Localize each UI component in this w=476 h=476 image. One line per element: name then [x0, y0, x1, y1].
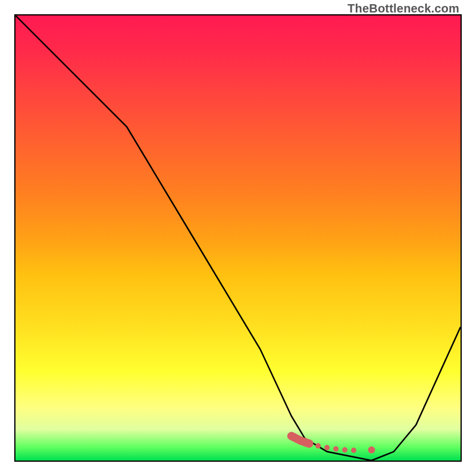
- marker-dot: [368, 446, 375, 453]
- marker-dot: [342, 447, 347, 453]
- chart-container: TheBottleneck.com: [0, 0, 476, 476]
- marker-dot: [333, 446, 339, 452]
- chart-markers: [292, 436, 375, 453]
- plot-area: [14, 14, 462, 462]
- marker-segment: [292, 436, 309, 444]
- marker-dot: [351, 447, 356, 453]
- chart-line: [15, 15, 461, 461]
- chart-svg: [15, 15, 461, 461]
- marker-dot: [315, 443, 321, 449]
- watermark-text: TheBottleneck.com: [347, 2, 459, 15]
- marker-dot: [324, 445, 330, 450]
